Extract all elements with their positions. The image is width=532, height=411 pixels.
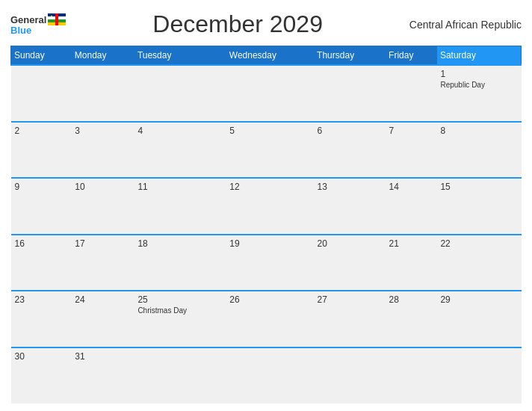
table-row: 6: [314, 122, 386, 179]
day-number: 30: [15, 351, 68, 362]
col-friday: Friday: [386, 46, 437, 66]
day-number: 25: [137, 294, 222, 305]
day-number: 5: [229, 126, 309, 136]
day-number: 23: [15, 294, 68, 305]
table-row: 28: [386, 291, 437, 347]
day-number: 17: [75, 238, 130, 249]
table-row: 13: [314, 178, 386, 235]
table-row: [314, 65, 386, 122]
table-row: 1Republic Day: [436, 65, 521, 122]
table-row: 24: [71, 291, 134, 347]
day-number: 31: [75, 351, 130, 362]
country-name: Central African Republic: [409, 19, 522, 31]
svg-rect-4: [55, 13, 58, 25]
table-row: 26: [226, 291, 313, 347]
day-number: 13: [318, 182, 382, 192]
table-row: [226, 347, 313, 404]
holiday-label: Christmas Day: [137, 306, 222, 315]
day-number: 11: [137, 182, 222, 192]
table-row: [71, 65, 134, 122]
table-row: [11, 65, 72, 122]
table-row: 12: [226, 178, 313, 235]
calendar-table: Sunday Monday Tuesday Wednesday Thursday…: [10, 46, 522, 404]
col-monday: Monday: [71, 46, 134, 66]
day-number: 28: [389, 294, 433, 305]
day-number: 26: [229, 294, 309, 305]
table-row: 5: [226, 122, 313, 179]
day-number: 1: [440, 69, 517, 79]
col-sunday: Sunday: [11, 46, 72, 66]
day-number: 8: [440, 126, 517, 136]
table-row: 29: [436, 291, 521, 347]
table-row: 27: [314, 291, 386, 347]
day-number: 15: [440, 182, 517, 192]
day-number: 21: [389, 238, 433, 249]
day-number: 14: [389, 182, 433, 192]
table-row: 19: [226, 235, 313, 291]
day-number: 22: [440, 238, 517, 249]
table-row: 3: [71, 122, 134, 179]
table-row: 9: [11, 178, 72, 235]
day-number: 18: [137, 238, 222, 249]
day-number: 3: [75, 126, 130, 136]
day-number: 9: [15, 182, 68, 192]
calendar-header: General Blue December 2029 Central Afric…: [10, 10, 522, 38]
col-thursday: Thursday: [314, 46, 386, 66]
table-row: [386, 347, 437, 404]
table-row: 31: [71, 347, 134, 404]
table-row: 14: [386, 178, 437, 235]
day-number: 16: [15, 238, 68, 249]
day-number: 2: [15, 126, 68, 136]
table-row: [134, 347, 226, 404]
table-row: 22: [436, 235, 521, 291]
logo-flag-icon: [48, 13, 66, 25]
table-row: 21: [386, 235, 437, 291]
day-number: 24: [75, 294, 130, 305]
day-number: 19: [229, 238, 309, 249]
day-number: 27: [318, 294, 382, 305]
col-wednesday: Wednesday: [226, 46, 313, 66]
table-row: 15: [436, 178, 521, 235]
table-row: 8: [436, 122, 521, 179]
day-number: 10: [75, 182, 130, 192]
table-row: 20: [314, 235, 386, 291]
table-row: 7: [386, 122, 437, 179]
day-number: 4: [137, 126, 222, 136]
calendar-body: 1Republic Day234567891011121314151617181…: [11, 65, 522, 404]
holiday-label: Republic Day: [440, 81, 517, 89]
table-row: 2: [11, 122, 72, 179]
day-number: 20: [318, 238, 382, 249]
table-row: 11: [134, 178, 226, 235]
day-number: 12: [229, 182, 309, 192]
day-number: 29: [440, 294, 517, 305]
table-row: [314, 347, 386, 404]
logo-general-text: General: [10, 15, 46, 25]
col-saturday: Saturday: [436, 46, 521, 66]
table-row: 16: [11, 235, 72, 291]
table-row: 10: [71, 178, 134, 235]
logo-blue-text: Blue: [10, 25, 66, 35]
table-row: 17: [71, 235, 134, 291]
table-row: 23: [11, 291, 72, 347]
day-number: 7: [389, 126, 433, 136]
col-tuesday: Tuesday: [134, 46, 226, 66]
table-row: 25Christmas Day: [134, 291, 226, 347]
logo: General Blue: [10, 13, 66, 35]
table-row: 18: [134, 235, 226, 291]
table-row: [436, 347, 521, 404]
table-row: [386, 65, 437, 122]
table-row: [134, 65, 226, 122]
table-row: 4: [134, 122, 226, 179]
table-row: 30: [11, 347, 72, 404]
table-row: [226, 65, 313, 122]
day-number: 6: [318, 126, 382, 136]
month-title: December 2029: [152, 10, 323, 38]
calendar-header-row: Sunday Monday Tuesday Wednesday Thursday…: [11, 46, 522, 66]
calendar-page: General Blue December 2029 Central Afric…: [0, 0, 532, 411]
